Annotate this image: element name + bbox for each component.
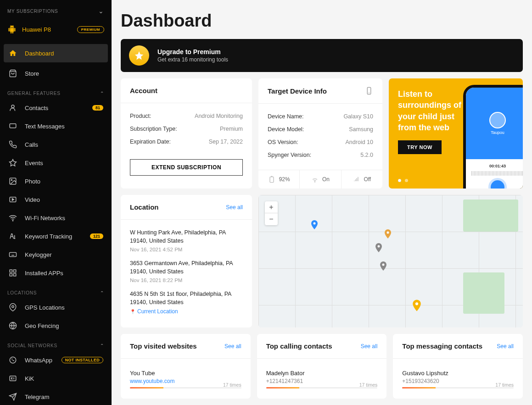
item-count: 17 times xyxy=(223,382,241,388)
nav-wifi[interactable]: Wi-Fi Networks xyxy=(0,209,112,227)
nav-keylogger[interactable]: Keylogger xyxy=(0,245,112,264)
nav-installed-apps[interactable]: Installed APPs xyxy=(0,264,112,282)
see-all-link[interactable]: See all xyxy=(226,204,243,211)
item-count: 17 times xyxy=(359,382,378,388)
chevron-up-icon[interactable]: ⌃ xyxy=(100,343,104,348)
play-icon xyxy=(8,195,17,204)
pin-icon xyxy=(8,303,17,312)
nav-label: WhatsApp xyxy=(25,357,52,364)
status-row: 92% On Off xyxy=(258,170,382,189)
nav-kik[interactable]: KiK xyxy=(0,369,112,388)
location-item[interactable]: 3653 Germantown Ave, Philadelphia, PA 19… xyxy=(130,257,243,288)
chevron-up-icon[interactable]: ⌃ xyxy=(100,290,104,295)
target-header: Target Device Info xyxy=(268,87,327,95)
item-name: Madelyn Bator xyxy=(266,370,378,377)
try-now-button[interactable]: TRY NOW xyxy=(398,140,442,154)
svg-point-20 xyxy=(387,232,389,234)
spynger-label: Spynger Version: xyxy=(268,152,311,158)
svg-point-18 xyxy=(314,182,315,182)
os-value: Android 10 xyxy=(346,139,373,145)
svg-point-0 xyxy=(11,105,14,108)
nav-video[interactable]: Video xyxy=(0,190,112,209)
os-label: OS Version: xyxy=(268,139,298,145)
account-card: Account Product:Android Monitoring Subsc… xyxy=(121,78,252,189)
nav-gps[interactable]: GPS Locations xyxy=(0,298,112,316)
device-icon xyxy=(365,87,373,95)
top-calls-header: Top calling contacts xyxy=(266,342,332,350)
see-all-link[interactable]: See all xyxy=(497,343,514,350)
map-pin-icon xyxy=(373,241,384,255)
nav-keyword[interactable]: Keyword Tracking 121 xyxy=(0,227,112,245)
nav-store[interactable]: Store xyxy=(0,64,112,83)
location-address: 3653 Germantown Ave, Philadelphia, PA 19… xyxy=(130,260,243,276)
item-name: Gustavo Lipshutz xyxy=(402,370,514,377)
kik-icon xyxy=(8,374,17,383)
location-address: W Hunting Park Ave, Philadelphia, PA 191… xyxy=(130,229,243,245)
device-model-label: Device Model: xyxy=(268,126,304,133)
chevron-down-icon[interactable]: ⌄ xyxy=(98,7,104,15)
nav-dashboard[interactable]: Dashboard xyxy=(4,44,108,62)
nav-geo[interactable]: Geo Fencing xyxy=(0,316,112,335)
nav-whatsapp[interactable]: WhatsApp NOT INSTALLED xyxy=(0,351,112,369)
see-all-link[interactable]: See all xyxy=(361,343,378,350)
nav-label: Geo Fencing xyxy=(25,322,59,329)
see-all-link[interactable]: See all xyxy=(224,343,241,350)
top-sites-card: Top visited websites See all You Tubewww… xyxy=(121,334,251,399)
svg-rect-17 xyxy=(270,177,274,183)
top-msgs-card: Top messaging contacts See all Gustavo L… xyxy=(393,334,523,399)
battery-status: 92% xyxy=(258,170,300,189)
nav-label: Text Messages xyxy=(25,123,65,130)
target-device-card: Target Device Info Device Name:Galaxy S1… xyxy=(258,78,382,189)
map-pin-icon xyxy=(382,227,393,241)
list-item[interactable]: You Tubewww.youtube.com17 times xyxy=(130,365,241,390)
whatsapp-icon xyxy=(8,355,17,365)
svg-rect-11 xyxy=(14,274,16,276)
upgrade-banner[interactable]: Upgrade to Premium Get extra 16 monitori… xyxy=(121,39,523,72)
nav-calls[interactable]: Calls xyxy=(0,135,112,154)
expiration-label: Expiration Date: xyxy=(130,139,171,145)
bag-icon xyxy=(8,69,17,78)
location-datetime: Nov 16, 2021 8:22 PM xyxy=(130,277,243,283)
device-selector[interactable]: Huawei P8 PREMIUM xyxy=(0,20,112,42)
chevron-up-icon[interactable]: ⌃ xyxy=(100,91,104,96)
telegram-icon xyxy=(8,392,17,401)
location-header: Location xyxy=(130,203,159,211)
nav-telegram[interactable]: Telegram xyxy=(0,388,112,405)
map-pin-current-icon xyxy=(410,297,424,314)
section-general: GENERAL FEATURES ⌃ xyxy=(0,83,112,99)
nav-events[interactable]: Events xyxy=(0,154,112,172)
text-icon xyxy=(8,232,17,241)
play-icon xyxy=(491,180,504,189)
carousel-dots[interactable] xyxy=(398,179,408,182)
subscription-value: Premium xyxy=(220,126,243,132)
location-item[interactable]: 4635 N 5th St 1st floor, Philadelphia, P… xyxy=(130,288,243,319)
top-sites-header: Top visited websites xyxy=(130,342,197,350)
section-label: LOCATIONS xyxy=(7,290,37,295)
map[interactable]: + − xyxy=(258,195,523,327)
svg-rect-1 xyxy=(10,124,16,128)
nav-text-messages[interactable]: Text Messages xyxy=(0,117,112,135)
svg-rect-10 xyxy=(10,274,12,276)
location-item[interactable]: W Hunting Park Ave, Philadelphia, PA 191… xyxy=(130,226,243,257)
list-item[interactable]: Madelyn Bator+1214124736117 times xyxy=(266,365,378,390)
zoom-out-button[interactable]: − xyxy=(265,213,278,225)
upgrade-title: Upgrade to Premium xyxy=(157,48,228,55)
item-count: 17 times xyxy=(495,382,514,388)
nav-label: Contacts xyxy=(25,105,48,111)
location-card: Location See all W Hunting Park Ave, Phi… xyxy=(121,195,252,327)
section-label: SOCIAL NETWORKS xyxy=(7,343,57,348)
main-content: Dashboard Upgrade to Premium Get extra 1… xyxy=(112,0,532,405)
nav-photo[interactable]: Photo xyxy=(0,172,112,190)
device-name-value: Galaxy S10 xyxy=(343,113,373,120)
phone-icon xyxy=(8,140,17,149)
item-name: You Tube xyxy=(130,370,241,377)
android-icon xyxy=(7,24,17,35)
signal-status: Off xyxy=(342,170,382,189)
nav-contacts[interactable]: Contacts 81 xyxy=(0,99,112,117)
list-item[interactable]: Gustavo Lipshutz+1519324362017 times xyxy=(402,365,514,390)
nav-label: Dashboard xyxy=(25,50,54,57)
zoom-in-button[interactable]: + xyxy=(265,201,278,213)
section-social: SOCIAL NETWORKS ⌃ xyxy=(0,335,112,351)
extend-subscription-button[interactable]: EXTEND SUBSCRIPTION xyxy=(130,159,243,176)
product-value: Android Monitoring xyxy=(195,113,243,119)
